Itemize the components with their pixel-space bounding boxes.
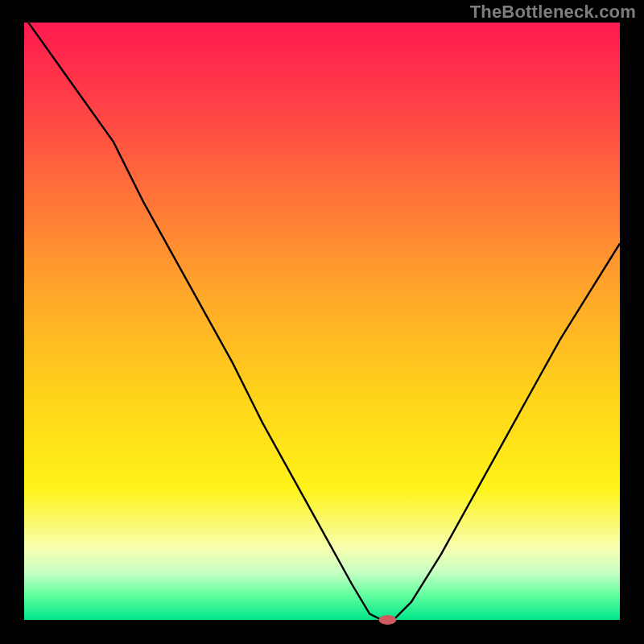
chart-frame: { "watermark": "TheBottleneck.com", "cha… (0, 0, 644, 644)
chart-svg (0, 0, 644, 644)
watermark-text: TheBottleneck.com (470, 2, 636, 23)
optimal-marker (378, 615, 396, 625)
